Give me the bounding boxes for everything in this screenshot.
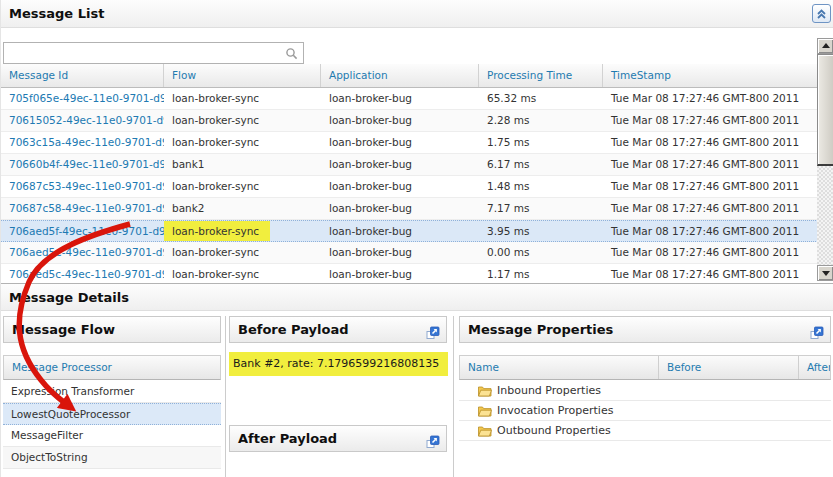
- collapse-panel-button[interactable]: [812, 4, 831, 23]
- message-details-title: Message Details: [9, 290, 129, 305]
- table-row[interactable]: 706aed5c-49ec-11e0-9701-d92loan-broker-s…: [1, 264, 818, 282]
- cell-timestamp: Tue Mar 08 17:27:46 GMT-800 2011: [603, 221, 818, 241]
- table-row[interactable]: 706aed5e-49ec-11e0-9701-d92loan-broker-s…: [1, 242, 818, 264]
- column-header-application[interactable]: Application: [321, 64, 479, 87]
- table-row[interactable]: 706aed5f-49ec-11e0-9701-d92lloan-broker-…: [1, 220, 818, 242]
- chevron-double-up-icon: [813, 5, 830, 22]
- column-header-timestamp[interactable]: TimeStamp: [603, 64, 818, 87]
- cell-message-id: 7063c15a-49ec-11e0-9701-d92: [1, 132, 164, 153]
- cell-flow: bank1: [164, 154, 321, 175]
- table-row[interactable]: 70660b4f-49ec-11e0-9701-d92lbank1loan-br…: [1, 154, 818, 176]
- message-properties-list: Inbound PropertiesInvocation PropertiesO…: [459, 381, 831, 477]
- cell-timestamp: Tue Mar 08 17:27:46 GMT-800 2011: [603, 154, 818, 175]
- property-group-label: Invocation Properties: [497, 404, 613, 417]
- cell-application: loan-broker-bug: [321, 198, 479, 219]
- cell-message-id: 70615052-49ec-11e0-9701-d92: [1, 110, 164, 131]
- scroll-up-button[interactable]: [817, 38, 833, 54]
- cell-message-id: 706aed5e-49ec-11e0-9701-d92: [1, 242, 164, 263]
- cell-application: loan-broker-bug: [321, 242, 479, 263]
- cell-timestamp: Tue Mar 08 17:27:46 GMT-800 2011: [603, 242, 818, 263]
- after-payload-panel-title: After Payload: [229, 425, 447, 452]
- cell-processing-time: 65.32 ms: [479, 88, 603, 109]
- table-row[interactable]: 70687c58-49ec-11e0-9701-d92bank2loan-bro…: [1, 198, 818, 220]
- popout-button[interactable]: [426, 432, 440, 452]
- message-processor-column-header[interactable]: Message Processor: [3, 355, 221, 380]
- table-row[interactable]: 705f065e-49ec-11e0-9701-d92lloan-broker-…: [1, 88, 818, 110]
- cell-processing-time: 0.00 ms: [479, 242, 603, 263]
- popout-icon: [810, 326, 824, 340]
- cell-message-id: 705f065e-49ec-11e0-9701-d92l: [1, 88, 164, 109]
- popout-icon: [426, 326, 440, 340]
- properties-column-header-after[interactable]: After: [799, 356, 831, 379]
- search-input[interactable]: [4, 43, 303, 63]
- table-row[interactable]: 70687c53-49ec-11e0-9701-d92loan-broker-s…: [1, 176, 818, 198]
- property-group-row[interactable]: Invocation Properties: [459, 401, 831, 421]
- scroll-down-button[interactable]: [817, 265, 833, 281]
- message-processor-item[interactable]: Expression Transformer: [3, 381, 221, 403]
- cell-application: loan-broker-bug: [321, 110, 479, 131]
- message-flow-panel-title: Message Flow: [3, 316, 221, 343]
- folder-icon: [478, 385, 492, 397]
- cell-processing-time: 3.95 ms: [479, 221, 603, 241]
- message-flow-list: Expression TransformerLowestQuoteProcess…: [3, 381, 221, 477]
- cell-application: loan-broker-bug: [321, 264, 479, 282]
- table-row[interactable]: 70615052-49ec-11e0-9701-d92loan-broker-s…: [1, 110, 818, 132]
- cell-timestamp: Tue Mar 08 17:27:46 GMT-800 2011: [603, 88, 818, 109]
- cell-processing-time: 1.17 ms: [479, 264, 603, 282]
- cell-message-id: 70687c53-49ec-11e0-9701-d92: [1, 176, 164, 197]
- folder-icon: [478, 405, 492, 417]
- cell-flow: loan-broker-sync: [164, 242, 321, 263]
- cell-flow: bank2: [164, 198, 321, 219]
- cell-processing-time: 1.48 ms: [479, 176, 603, 197]
- property-group-row[interactable]: Inbound Properties: [459, 381, 831, 401]
- message-flow-title-text: Message Flow: [12, 322, 115, 337]
- before-payload-title-text: Before Payload: [238, 322, 349, 337]
- properties-column-header-before[interactable]: Before: [659, 356, 799, 379]
- property-group-label: Outbound Properties: [497, 424, 611, 437]
- cell-timestamp: Tue Mar 08 17:27:46 GMT-800 2011: [603, 176, 818, 197]
- cell-message-id: 70687c58-49ec-11e0-9701-d92: [1, 198, 164, 219]
- message-processor-item[interactable]: MessageFilter: [3, 425, 221, 447]
- message-properties-panel-title: Message Properties: [459, 316, 831, 343]
- property-group-label: Inbound Properties: [497, 384, 601, 397]
- before-payload-panel-title: Before Payload: [229, 316, 447, 343]
- message-properties-title-text: Message Properties: [468, 322, 613, 337]
- triangle-up-icon: [822, 43, 830, 48]
- property-group-row[interactable]: Outbound Properties: [459, 421, 831, 441]
- message-processor-label: Message Processor: [12, 361, 112, 373]
- cell-flow: loan-broker-sync: [164, 132, 321, 153]
- cell-application: loan-broker-bug: [321, 221, 479, 241]
- cell-message-id: 706aed5c-49ec-11e0-9701-d92: [1, 264, 164, 282]
- folder-icon: [478, 425, 492, 437]
- message-list-title: Message List: [9, 6, 104, 21]
- cell-flow: loan-broker-sync: [164, 176, 321, 197]
- cell-flow: loan-broker-sync: [164, 110, 321, 131]
- cell-application: loan-broker-bug: [321, 154, 479, 175]
- after-payload-title-text: After Payload: [238, 431, 337, 446]
- popout-button[interactable]: [810, 323, 824, 343]
- popout-icon: [426, 435, 440, 449]
- column-header-flow[interactable]: Flow: [164, 64, 321, 87]
- cell-application: loan-broker-bug: [321, 176, 479, 197]
- column-header-processing-time[interactable]: Processing Time: [479, 64, 603, 87]
- cell-timestamp: Tue Mar 08 17:27:46 GMT-800 2011: [603, 264, 818, 282]
- message-processor-item[interactable]: LowestQuoteProcessor: [3, 403, 221, 425]
- properties-column-header-name[interactable]: Name: [460, 356, 659, 379]
- cell-flow: loan-broker-sync: [164, 264, 321, 282]
- scrollbar-thumb[interactable]: [817, 54, 833, 166]
- cell-processing-time: 1.75 ms: [479, 132, 603, 153]
- message-list-rows: 705f065e-49ec-11e0-9701-d92lloan-broker-…: [1, 88, 818, 282]
- popout-button[interactable]: [426, 323, 440, 343]
- panel-divider: [225, 316, 226, 477]
- vertical-scrollbar: [817, 38, 833, 281]
- column-header-message-id[interactable]: Message Id: [1, 64, 164, 87]
- cell-message-id: 70660b4f-49ec-11e0-9701-d92l: [1, 154, 164, 175]
- cell-processing-time: 6.17 ms: [479, 154, 603, 175]
- cell-processing-time: 2.28 ms: [479, 110, 603, 131]
- cell-message-id: 706aed5f-49ec-11e0-9701-d92l: [1, 221, 164, 241]
- cell-timestamp: Tue Mar 08 17:27:46 GMT-800 2011: [603, 198, 818, 219]
- table-row[interactable]: 7063c15a-49ec-11e0-9701-d92loan-broker-s…: [1, 132, 818, 154]
- cell-application: loan-broker-bug: [321, 132, 479, 153]
- message-list-column-headers: Message IdFlowApplicationProcessing Time…: [1, 64, 818, 88]
- message-processor-item[interactable]: ObjectToString: [3, 447, 221, 469]
